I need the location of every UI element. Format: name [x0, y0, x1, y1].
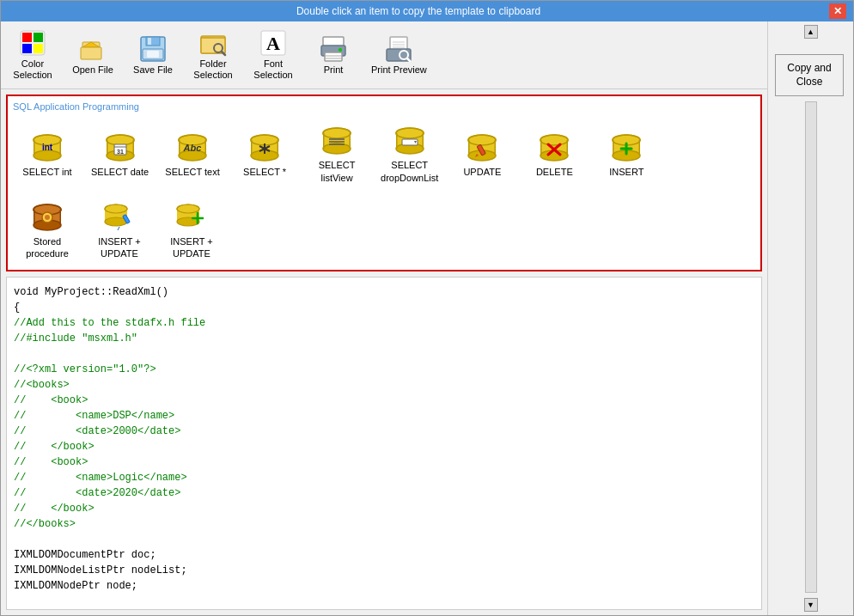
- sql-items-row: int SELECT int: [13, 119, 755, 188]
- toolbar: ColorSelection Open File: [1, 21, 767, 89]
- insert-update-1-label: INSERT +UPDATE: [98, 235, 140, 260]
- stored-procedure-label: Storedprocedure: [26, 235, 69, 260]
- svg-rect-10: [148, 38, 151, 45]
- sql-select-date[interactable]: 31 SELECT date: [85, 119, 155, 188]
- sql-section-label: SQL Application Programming: [13, 101, 755, 112]
- scroll-down-arrow[interactable]: ▼: [804, 598, 818, 612]
- copy-close-button[interactable]: Copy and Close: [775, 54, 844, 96]
- close-button[interactable]: ✕: [829, 3, 846, 19]
- select-listview-label: SELECTlistView: [319, 159, 356, 184]
- open-file-icon: [79, 35, 107, 63]
- toolbar-save-file[interactable]: Save File: [123, 25, 183, 85]
- svg-rect-4: [34, 44, 43, 53]
- sql-select-text[interactable]: Abc SELECT text: [158, 119, 227, 188]
- toolbar-color-selection[interactable]: ColorSelection: [3, 25, 63, 85]
- folder-selection-icon: [199, 29, 227, 57]
- svg-text:A: A: [266, 33, 280, 54]
- svg-rect-3: [22, 44, 32, 53]
- code-area-wrapper: void MyProject::ReadXml() { //Add this t…: [6, 277, 762, 610]
- select-date-icon: 31: [103, 130, 137, 164]
- select-int-label: SELECT int: [22, 166, 71, 178]
- delete-label: DELETE: [536, 166, 573, 178]
- print-preview-icon: [385, 35, 412, 63]
- toolbar-print-preview[interactable]: Print Preview: [363, 25, 435, 85]
- svg-point-67: [323, 143, 351, 154]
- code-line: //Add this to the stdafx.h file: [14, 315, 754, 331]
- delete-icon: [537, 130, 571, 164]
- code-line: IXMLDOMNodePtr node;: [14, 578, 754, 594]
- code-line: // <book>: [14, 393, 754, 408]
- main-window: Double click an item to copy the templat…: [0, 0, 854, 616]
- open-file-label: Open File: [72, 64, 113, 76]
- select-text-label: SELECT text: [165, 166, 219, 178]
- main-area: ColorSelection Open File: [1, 21, 853, 615]
- print-icon: [320, 35, 347, 63]
- sql-stored-procedure[interactable]: Storedprocedure: [13, 195, 82, 265]
- save-file-label: Save File: [133, 64, 173, 76]
- sql-insert-update-1[interactable]: INSERT +UPDATE: [85, 195, 154, 265]
- code-line: // <book>: [14, 454, 754, 470]
- code-line: void MyProject::ReadXml(): [14, 284, 754, 300]
- scroll-up-arrow[interactable]: ▲: [804, 25, 818, 39]
- select-text-icon: Abc: [175, 130, 210, 164]
- code-line: // <name>DSP</name>: [14, 408, 754, 424]
- svg-rect-1: [22, 33, 32, 42]
- svg-rect-7: [81, 47, 101, 59]
- code-line: // </book>: [14, 501, 754, 516]
- code-line: // <date>2020</date>: [14, 485, 754, 501]
- update-label: UPDATE: [463, 166, 501, 178]
- code-line: //<books>: [14, 377, 754, 393]
- code-line: IXMLDOMDocumentPtr doc;: [14, 547, 754, 563]
- select-star-label: SELECT *: [243, 166, 286, 178]
- sql-insert-update-2[interactable]: INSERT +UPDATE: [157, 195, 226, 265]
- toolbar-folder-selection[interactable]: FolderSelection: [183, 25, 243, 85]
- code-line: //<?xml version="1.0"?>: [14, 362, 754, 377]
- code-line: IXMLDOMNodeListPtr nodeList;: [14, 563, 754, 578]
- font-selection-label: FontSelection: [253, 58, 292, 81]
- title-bar: Double click an item to copy the templat…: [1, 1, 853, 21]
- code-line: // <date>2000</date>: [14, 424, 754, 439]
- svg-rect-22: [325, 52, 342, 61]
- sql-insert[interactable]: INSERT: [592, 119, 661, 188]
- svg-line-119: [118, 227, 119, 230]
- sql-section: SQL Application Programming: [6, 95, 762, 271]
- folder-selection-label: FolderSelection: [193, 58, 232, 81]
- svg-text:31: 31: [117, 149, 124, 155]
- window-title: Double click an item to copy the templat…: [8, 5, 829, 17]
- select-date-label: SELECT date: [91, 166, 149, 178]
- code-line: // <name>Logic</name>: [14, 470, 754, 485]
- sql-select-dropdown[interactable]: SELECTdropDownList: [375, 119, 444, 188]
- sql-select-int[interactable]: int SELECT int: [13, 119, 82, 188]
- svg-point-23: [339, 48, 342, 52]
- update-icon: [465, 130, 499, 164]
- select-star-icon: [247, 130, 282, 164]
- font-selection-icon: A: [259, 29, 287, 57]
- svg-rect-12: [147, 51, 159, 58]
- sql-update[interactable]: UPDATE: [448, 119, 516, 188]
- svg-text:Abc: Abc: [183, 143, 202, 153]
- insert-update-2-icon: [174, 199, 209, 234]
- content-area: ColorSelection Open File: [1, 21, 767, 615]
- insert-label: INSERT: [609, 166, 644, 178]
- toolbar-print[interactable]: Print: [303, 25, 363, 85]
- save-file-icon: [139, 35, 167, 63]
- sql-select-star[interactable]: SELECT *: [230, 119, 299, 188]
- code-line: // </book>: [14, 439, 754, 454]
- insert-update-2-label: INSERT +UPDATE: [170, 235, 212, 260]
- code-line: [14, 594, 754, 609]
- svg-rect-2: [34, 33, 43, 42]
- toolbar-font-selection[interactable]: A FontSelection: [243, 25, 303, 85]
- insert-update-1-icon: [102, 199, 137, 234]
- print-preview-label: Print Preview: [371, 64, 427, 76]
- stored-procedure-icon: [30, 199, 64, 234]
- code-content[interactable]: void MyProject::ReadXml() { //Add this t…: [7, 278, 761, 609]
- insert-icon: [609, 130, 644, 164]
- code-line: [14, 346, 754, 362]
- sql-select-listview[interactable]: SELECTlistView: [302, 119, 371, 188]
- code-line: {: [14, 300, 754, 315]
- code-line: //#include "msxml.h": [14, 331, 754, 346]
- sql-delete[interactable]: DELETE: [520, 119, 589, 188]
- print-label: Print: [324, 64, 344, 76]
- select-dropdown-icon: [393, 123, 427, 157]
- toolbar-open-file[interactable]: Open File: [63, 25, 123, 85]
